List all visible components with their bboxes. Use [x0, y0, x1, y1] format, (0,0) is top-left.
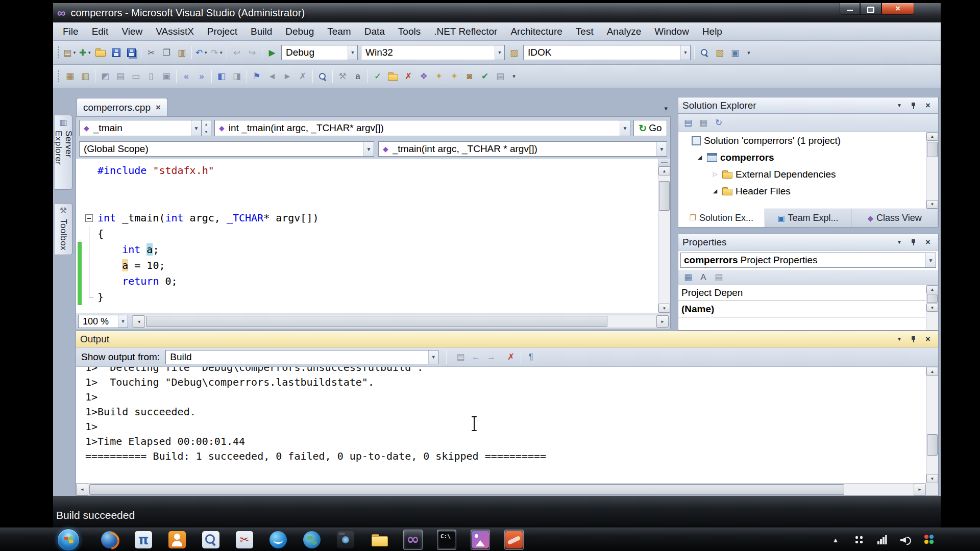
- select-mode-button[interactable]: ◩: [98, 68, 112, 85]
- dropdown-arrow-icon[interactable]: ▼: [72, 51, 77, 55]
- find-in-files-button[interactable]: [697, 44, 712, 61]
- auto-hide-button[interactable]: [908, 237, 920, 248]
- toolbar-overflow-button[interactable]: ▾: [745, 49, 753, 56]
- combo-dropdown-icon[interactable]: ▼: [348, 45, 357, 60]
- menu-item-view[interactable]: View: [115, 22, 149, 40]
- document-tab-comperrors-cpp[interactable]: comperrors.cpp ×: [77, 98, 167, 116]
- code-text[interactable]: #include "stdafx.h": [96, 163, 214, 179]
- menu-item-team[interactable]: Team: [321, 22, 357, 40]
- find-dropdown[interactable]: IDOK▼: [523, 45, 691, 60]
- member-dropdown[interactable]: ◆ _tmain ▼: [79, 120, 202, 136]
- magnifier-app-taskbar-button[interactable]: [201, 530, 220, 550]
- tree-expander-icon[interactable]: ▷: [711, 171, 719, 178]
- start-debugging-button[interactable]: ▶: [265, 44, 279, 61]
- editor-vertical-scrollbar[interactable]: ▲ ▼: [658, 159, 670, 313]
- pi-app-taskbar-button[interactable]: π: [134, 530, 153, 550]
- code-text[interactable]: return 0;: [96, 273, 178, 289]
- comment-selection-button[interactable]: ◧: [214, 68, 229, 85]
- close-button[interactable]: ×: [881, 3, 914, 15]
- toolbar-overflow-button[interactable]: ▾: [510, 73, 518, 80]
- zoom-dropdown[interactable]: 100 % ▼: [78, 315, 128, 328]
- refresh-button[interactable]: ↻: [712, 115, 726, 131]
- code-text[interactable]: }: [96, 289, 104, 305]
- decrease-indent-button[interactable]: «: [179, 68, 193, 85]
- va-suggestions-button[interactable]: a: [351, 68, 365, 85]
- property-pages-button[interactable]: ▤: [712, 269, 726, 286]
- tree-item[interactable]: ◢Header Files: [678, 183, 926, 199]
- toolbar-grip[interactable]: [57, 46, 60, 59]
- properties-header[interactable]: Properties ▼ ×: [678, 234, 938, 251]
- menu-item-help[interactable]: Help: [696, 22, 729, 40]
- scroll-down-icon[interactable]: ▼: [926, 474, 938, 483]
- properties-scrollbar[interactable]: ▲ ▼: [926, 285, 938, 330]
- tree-item[interactable]: ▷External Dependencies: [678, 166, 926, 183]
- scroll-thumb[interactable]: [927, 142, 938, 157]
- code-text[interactable]: int a;: [96, 242, 159, 258]
- menu-item-architecture[interactable]: Architecture: [504, 22, 569, 40]
- previous-message-button[interactable]: ←: [469, 349, 483, 365]
- menu-item-vassistx[interactable]: VAssistX: [149, 22, 201, 40]
- property-row[interactable]: (Name): [678, 300, 926, 318]
- workspace-button[interactable]: ❖: [416, 68, 431, 85]
- find-result-button[interactable]: [315, 68, 330, 85]
- panel-tab-team-expl[interactable]: ▣Team Expl...: [765, 209, 852, 227]
- paste-button[interactable]: ▥: [175, 44, 189, 61]
- member-dropdown-2[interactable]: ◆ _tmain(int argc, _TCHAR * argv[]) ▼: [378, 141, 667, 157]
- restore-button[interactable]: [860, 3, 881, 15]
- splitter-handle[interactable]: [658, 159, 670, 166]
- signature-dropdown[interactable]: ◆ int _tmain(int argc, _TCHAR* argv[]) ▼: [214, 120, 630, 136]
- source-control-folder-button[interactable]: [386, 68, 400, 85]
- side-tab-server-explorer[interactable]: ▥Server Explorer: [55, 115, 72, 190]
- close-icon[interactable]: ×: [922, 334, 934, 345]
- tree-expander-icon[interactable]: ◢: [696, 154, 704, 161]
- window-position-icon[interactable]: ▼: [893, 237, 905, 248]
- scroll-down-icon[interactable]: ▼: [658, 304, 670, 313]
- menu-item-test[interactable]: Test: [569, 22, 600, 40]
- scroll-up-icon[interactable]: ▲: [926, 132, 938, 141]
- save-button[interactable]: [109, 44, 123, 61]
- globe-app-taskbar-button[interactable]: [302, 530, 322, 550]
- auto-hide-button[interactable]: [908, 100, 920, 111]
- scroll-down-icon[interactable]: ▼: [926, 200, 938, 209]
- menu-item-net-reflector[interactable]: .NET Reflector: [427, 22, 504, 40]
- parameter-info-button[interactable]: ▭: [129, 68, 143, 85]
- undo-button[interactable]: ↶▼: [194, 44, 209, 61]
- output-horizontal-scrollbar[interactable]: ◄ ►: [76, 483, 926, 495]
- network-icon[interactable]: [876, 533, 889, 546]
- toggle-bookmark-button[interactable]: ⚑: [250, 68, 264, 85]
- panel-tab-class-view[interactable]: ◆Class View: [851, 209, 938, 227]
- firefox-taskbar-button[interactable]: [100, 530, 119, 550]
- tree-item[interactable]: Solution 'comperrors' (1 project): [678, 132, 926, 149]
- snipping-tool-taskbar-button[interactable]: ✂: [235, 530, 254, 550]
- dropdown-arrow-icon[interactable]: ▼: [191, 120, 201, 136]
- scroll-thumb[interactable]: [659, 181, 670, 211]
- security-icon[interactable]: [923, 533, 936, 546]
- check-in-button[interactable]: ✓: [371, 68, 385, 85]
- dropdown-arrow-icon[interactable]: ▼: [204, 51, 208, 55]
- va-refactor-button[interactable]: ⚒: [335, 68, 350, 85]
- new-project-button[interactable]: ▤▼: [63, 44, 77, 61]
- title-bar[interactable]: ∞ comperrors - Microsoft Visual Studio (…: [53, 3, 941, 22]
- uncomment-selection-button[interactable]: ◨: [230, 68, 244, 85]
- panel-tab-solution-ex[interactable]: ❐Solution Ex...: [678, 209, 765, 227]
- command-window-button[interactable]: ▣: [728, 44, 742, 61]
- start-button[interactable]: [57, 529, 80, 551]
- go-button[interactable]: ↻ Go: [633, 120, 667, 136]
- toggle-word-wrap-button[interactable]: ¶: [524, 349, 538, 365]
- document-list-chevron-icon[interactable]: ▾: [664, 105, 668, 112]
- window-position-icon[interactable]: ▼: [893, 334, 905, 345]
- next-bookmark-button[interactable]: ►: [280, 68, 295, 85]
- save-all-button[interactable]: [124, 44, 138, 61]
- output-header[interactable]: Output ▼ ×: [76, 331, 938, 347]
- volume-icon[interactable]: [899, 533, 913, 546]
- next-message-button[interactable]: →: [484, 349, 498, 365]
- spell-check-button[interactable]: ✔: [478, 68, 492, 85]
- dropdown-arrow-icon[interactable]: ▼: [656, 142, 667, 156]
- menu-item-debug[interactable]: Debug: [279, 22, 321, 40]
- spin-up-icon[interactable]: ▲: [202, 120, 211, 128]
- scroll-thumb[interactable]: [927, 434, 938, 456]
- categorized-button[interactable]: ▦: [681, 269, 695, 286]
- va-find-symbol-button[interactable]: ▥: [78, 68, 92, 85]
- cut-button[interactable]: ✂: [144, 44, 158, 61]
- editor-app-taskbar-button[interactable]: [504, 530, 524, 550]
